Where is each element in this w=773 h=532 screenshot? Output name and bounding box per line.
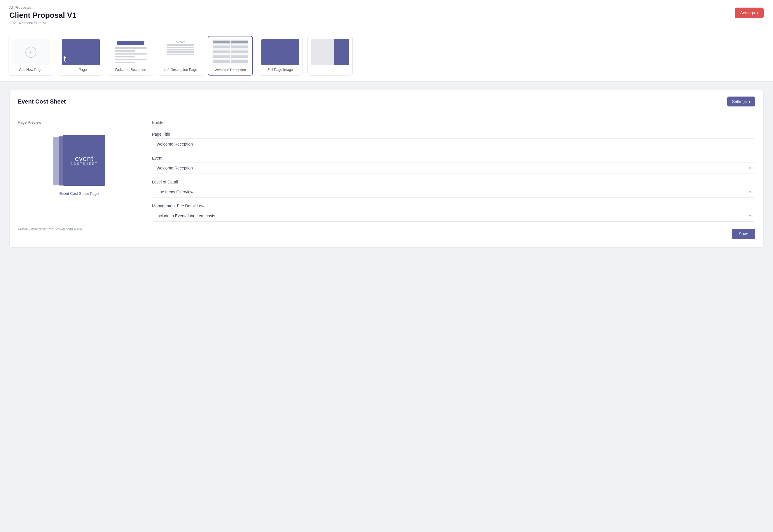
event-label: Event: [152, 156, 755, 160]
thumb-line: [115, 59, 147, 60]
management-fee-select-wrapper: Include in Event/ Line Item costs Show S…: [152, 210, 755, 222]
thumb-line: [115, 56, 135, 57]
subtitle: 2021 National Summit: [9, 21, 76, 25]
thumb-cell: [231, 55, 248, 58]
cost-sheet-settings-button[interactable]: Settings ▾: [727, 97, 755, 106]
carousel-item-add-new[interactable]: + Add New Page: [8, 36, 53, 76]
thumb-add-visual: +: [12, 39, 50, 65]
builder-label: Builder: [152, 120, 755, 125]
preview-section: Page Preview event COSTSHEET Event: [18, 120, 140, 239]
carousel-item-welcome-2[interactable]: Welcome Reception: [208, 36, 253, 76]
thumb-cell: [231, 60, 248, 63]
carousel-thumb-welcome-1: [112, 39, 150, 65]
carousel-thumb-add: +: [12, 39, 50, 65]
header-left: All Proposals Client Proposal V1 2021 Na…: [9, 5, 76, 25]
carousel-item-left-desc[interactable]: event Left Description Page: [158, 36, 203, 76]
header-settings-button[interactable]: Settings ▾: [735, 8, 764, 18]
carousel-thumb-left-desc: event: [162, 39, 200, 65]
page-title-label: Page Title: [152, 132, 755, 137]
carousel-wrapper: + Add New Page t er Page: [0, 30, 773, 82]
carousel-label-cover: er Page: [74, 68, 87, 72]
thumb-line: [167, 49, 194, 50]
ecs-text: event COSTSHEET: [70, 155, 98, 165]
thumb-cover-visual: t: [62, 39, 100, 65]
thumb-welcome-visual-1: [112, 39, 150, 65]
thumb-cell: [213, 45, 230, 48]
thumb-line: [167, 47, 194, 48]
thumb-header-bar: [117, 41, 144, 45]
thumb-partial-visual: [311, 39, 349, 65]
ecs-rect-front: event COSTSHEET: [63, 135, 105, 186]
level-of-detail-select[interactable]: Line Items Overview Summary Detailed: [152, 186, 755, 198]
cost-sheet-title: Event Cost Sheet: [18, 98, 66, 105]
header-settings-label: Settings: [740, 11, 755, 15]
thumb-line: [167, 51, 194, 53]
level-of-detail-field-group: Level of Detail Line Items Overview Summ…: [152, 180, 755, 198]
page-title-field-group: Page Title: [152, 132, 755, 150]
cost-sheet-body: Page Preview event COSTSHEET Event: [10, 112, 763, 247]
carousel-item-cover[interactable]: t er Page: [58, 36, 103, 76]
plus-icon: +: [25, 47, 36, 58]
carousel-thumb-cover: t: [62, 39, 100, 65]
carousel-label-welcome-1: Welcome Reception: [115, 68, 146, 72]
thumb-line: [115, 47, 147, 49]
ecs-event-word: event: [70, 155, 98, 162]
event-cost-sheet-visual: event COSTSHEET: [47, 135, 111, 187]
level-of-detail-label: Level of Detail: [152, 180, 755, 184]
main-content: Event Cost Sheet Settings ▾ Page Preview: [0, 82, 773, 256]
event-select[interactable]: Welcome Reception Gala Dinner Keynote Se…: [152, 162, 755, 174]
builder-section: Builder Page Title Event Welcome Recepti…: [152, 120, 755, 239]
carousel-thumb-welcome-2: [211, 39, 249, 66]
carousel-thumb-full-image: [261, 39, 299, 65]
level-of-detail-select-wrapper: Line Items Overview Summary Detailed ▾: [152, 186, 755, 198]
management-fee-label: Management Fee Detail Level: [152, 204, 755, 208]
preview-page-label: Event Cost Sheet Page: [59, 191, 99, 196]
builder-actions: Save: [152, 227, 755, 239]
thumb-cell: [231, 50, 248, 53]
carousel-thumb-partial: [311, 39, 349, 65]
carousel-item-full-image[interactable]: Full Page Image: [258, 36, 303, 76]
carousel-label-left-desc: Left Description Page: [164, 68, 197, 72]
carousel-item-partial[interactable]: [307, 36, 353, 76]
thumb-cell: [213, 60, 230, 63]
thumb-line: [115, 50, 135, 52]
cost-sheet-settings-label: Settings: [732, 99, 747, 104]
thumb-cell: [231, 41, 248, 43]
thumb-cell: [231, 45, 248, 48]
preview-box: event COSTSHEET Event Cost Sheet Page: [18, 129, 140, 222]
header-settings-chevron-icon: ▾: [757, 11, 758, 15]
preview-note: Preview may differ from Powerpoint Page.: [18, 227, 140, 231]
thumb-active-welcome-visual: [211, 39, 249, 66]
thumb-cell: [213, 41, 230, 43]
carousel: + Add New Page t er Page: [8, 36, 765, 76]
carousel-label-add-new: Add New Page: [19, 68, 42, 72]
breadcrumb[interactable]: All Proposals: [9, 5, 76, 10]
carousel-label-welcome-2: Welcome Reception: [215, 68, 246, 72]
thumb-line: [115, 53, 147, 55]
management-fee-select[interactable]: Include in Event/ Line Item costs Show S…: [152, 210, 755, 222]
thumb-cell: [213, 55, 230, 58]
event-field-group: Event Welcome Reception Gala Dinner Keyn…: [152, 156, 755, 174]
thumb-line: [167, 54, 194, 55]
thumb-line: [115, 62, 135, 63]
thumb-event-label: event: [176, 41, 185, 43]
page-title-input[interactable]: [152, 138, 755, 150]
cost-sheet-card-header: Event Cost Sheet Settings ▾: [10, 90, 763, 112]
cover-letter: t: [64, 54, 66, 64]
carousel-label-full-image: Full Page Image: [267, 68, 293, 72]
cost-sheet-settings-chevron-icon: ▾: [748, 99, 751, 104]
save-button[interactable]: Save: [732, 229, 755, 239]
page-title: Client Proposal V1: [9, 11, 76, 20]
thumb-left-desc-visual: event: [162, 39, 200, 65]
event-select-wrapper: Welcome Reception Gala Dinner Keynote Se…: [152, 162, 755, 174]
thumb-full-image-visual: [261, 39, 299, 65]
carousel-item-welcome-1[interactable]: Welcome Reception: [108, 36, 153, 76]
preview-label: Page Preview: [18, 120, 140, 125]
thumb-line: [167, 44, 194, 46]
management-fee-field-group: Management Fee Detail Level Include in E…: [152, 204, 755, 222]
ecs-costsheet-word: COSTSHEET: [70, 162, 98, 165]
header: All Proposals Client Proposal V1 2021 Na…: [0, 0, 773, 30]
thumb-partial-right: [334, 39, 349, 65]
cost-sheet-card: Event Cost Sheet Settings ▾ Page Preview: [9, 90, 764, 248]
thumb-cell: [213, 50, 230, 53]
